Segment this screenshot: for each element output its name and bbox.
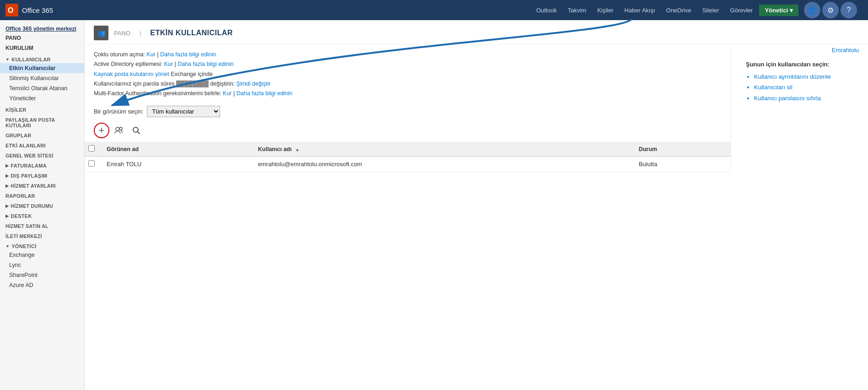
breadcrumb: PANO [114,30,130,37]
right-panel: Şunun için kullanıcıları seçin: Kullanıc… [731,44,868,172]
sidebar-item-yoneticiler[interactable]: Yöneticiler [0,93,84,103]
chevron-down-icon: ▾ [790,7,793,14]
office-logo-icon: O [5,4,18,16]
info-line-4: Kullanıcılarınız için parola süres █████… [94,79,722,89]
sidebar-section-dis-paylasim[interactable]: DIŞ PAYLAŞIM [0,169,84,179]
right-panel-item-edit[interactable]: Kullanıcı ayrıntılarını düzenle [754,71,859,82]
view-label: Bir görünüm seçin: [94,108,143,115]
help-icon: ? [847,6,851,14]
nav-gorevler[interactable]: Görevler [726,5,758,16]
sidebar-section-kisiler[interactable]: KİŞİLER [0,103,84,114]
right-panel-item-reset[interactable]: Kullanıcı parolasını sıfırla [754,93,859,103]
top-icons: 👤 ⚙ ? [804,2,857,18]
sidebar-section-kullanicilar[interactable]: KULLANICILAR [0,53,84,63]
top-nav-links: Outlook Takvim Kişiler Haber Akışı OneDr… [88,2,863,18]
info-label-1: Çoklu oturum açma: [94,51,146,58]
sidebar-section-hizmet-ayarlari[interactable]: HİZMET AYARLARI [0,179,84,190]
toolbar: + [85,121,731,142]
sidebar-item-etkin-kullanicilar[interactable]: Etkin Kullanıcılar [0,63,84,73]
info-label-2: Active Directory eşitlemesi: [94,61,164,67]
table-header-username[interactable]: Kullanıcı adı ▲ [253,142,633,157]
info-link-kur-3[interactable]: Kur [223,90,232,97]
info-link-kur-2[interactable]: Kur [164,61,173,67]
sidebar-section-ileti-merkezi[interactable]: İLETİ MERKEZİ [0,230,84,240]
info-link-kaynak-posta[interactable]: Kaynak posta kutularını yönet [94,71,169,77]
info-line-3: Kaynak posta kutularını yönet Exchange i… [94,70,722,79]
info-line-1: Çoklu oturum açma: Kur | Daha fazla bilg… [94,50,722,60]
sidebar-item-kurulum[interactable]: KURULUM [0,43,84,53]
sidebar-section-hizmet-durumu[interactable]: HİZMET DURUMU [0,200,84,210]
main-layout: Office 365 yönetim merkezi PANO KURULUM … [0,20,868,390]
right-panel-title: Şunun için kullanıcıları seçin: [746,61,859,68]
sidebar-item-pano[interactable]: PANO [0,33,84,43]
nav-kisiler[interactable]: Kişiler [593,5,618,16]
svg-point-3 [119,127,122,130]
sidebar-item-azure-ad[interactable]: Azure AD [0,280,84,290]
nav-siteler[interactable]: Siteler [698,5,724,16]
logo[interactable]: O Office 365 [5,4,88,16]
table-header-checkbox [85,142,101,157]
page-header: 👥 PANO | ETKİN KULLANICILAR [85,20,868,44]
sidebar-header[interactable]: Office 365 yönetim merkezi [0,24,84,33]
help-button[interactable]: ? [841,2,857,18]
add-user-button[interactable]: + [94,123,109,138]
svg-line-5 [138,132,140,134]
table-row[interactable]: Emrah TOLU emrahtolu@emrahtolu.onmicroso… [85,157,731,172]
right-panel-list: Kullanıcı ayrıntılarını düzenle Kullanıc… [746,71,859,103]
svg-point-2 [116,127,119,131]
nav-haber-akisi[interactable]: Haber Akışı [620,5,660,16]
right-panel-item-delete[interactable]: Kullanıcıları sil [754,82,859,92]
svg-text:O: O [8,6,13,14]
user-avatar-button[interactable]: 👤 [804,2,820,18]
bulk-actions-button[interactable] [111,123,127,138]
sidebar-item-silinmis-kullanicilar[interactable]: Silinmiş Kullanıcılar [0,73,84,83]
nav-takvim[interactable]: Takvim [563,5,591,16]
row-checkbox-cell [85,157,101,172]
row-checkbox[interactable] [88,160,95,167]
right-panel-content: Şunun için kullanıcıları seçin: Kullanıc… [739,52,867,113]
info-line-5: Multi-Factor Authentication gereksinimle… [94,89,722,98]
sidebar-section-hizmet-satin-al[interactable]: HİZMET SATIN AL [0,220,84,230]
search-button[interactable] [129,123,144,138]
sidebar-section-genel-web[interactable]: GENEL WEB SİTESİ [0,149,84,159]
gear-icon: ⚙ [827,6,834,15]
bulk-users-icon [114,126,124,135]
row-display-name: Emrah TOLU [101,157,253,172]
info-link-bilgi-1[interactable]: Daha fazla bilgi edinin [160,51,216,58]
info-link-bilgi-2[interactable]: Daha fazla bilgi edinin [178,61,233,67]
select-all-checkbox[interactable] [88,145,95,152]
info-line-2: Active Directory eşitlemesi: Kur | Daha … [94,60,722,69]
sidebar-section-faturalama[interactable]: FATURALAMA [0,159,84,169]
sidebar-section-yonetici[interactable]: YÖNETİCİ [0,240,84,250]
yonetici-button[interactable]: Yönetici ▾ [759,5,798,16]
search-icon [132,126,140,135]
sidebar-item-lync[interactable]: Lync [0,260,84,270]
settings-button[interactable]: ⚙ [822,2,839,18]
top-bar: O Office 365 Outlook Takvim Kişiler Habe… [0,0,868,20]
table-header-display-name[interactable]: Görünen ad [101,142,253,157]
users-table: Görünen ad Kullanıcı adı ▲ Durum [85,142,731,172]
page-icon: 👥 [94,26,108,40]
main-content: 👥 PANO | ETKİN KULLANICILAR Çoklu oturum… [85,20,868,390]
content-left: Çoklu oturum açma: Kur | Daha fazla bilg… [85,44,731,172]
nav-outlook[interactable]: Outlook [532,5,561,16]
info-link-simdi-degistir[interactable]: Şimdi değiştir [236,81,270,87]
info-link-bilgi-3[interactable]: Daha fazla bilgi edinin [237,90,292,97]
nav-onedrive[interactable]: OneDrive [662,5,696,16]
page-title: ETKİN KULLANICILAR [150,29,233,37]
sidebar-section-posta-kutulari[interactable]: PAYLAŞILAN POSTA KUTULARI [0,114,84,129]
sidebar-section-destek[interactable]: DESTEK [0,210,84,220]
user-name-top[interactable]: Emrahtolu [832,47,859,54]
table-header-status: Durum [633,142,731,157]
sidebar-item-temsilci[interactable]: Temsilci Olarak Atanan [0,83,84,93]
sidebar-section-raporlar[interactable]: RAPORLAR [0,190,84,200]
sort-arrow-icon: ▲ [295,147,300,152]
view-select[interactable]: Tüm kullanıcılar Lisanslı kullanıcılar K… [147,106,220,117]
sidebar-section-etki-alanlari[interactable]: ETKİ ALANLARI [0,139,84,149]
sidebar-section-gruplar[interactable]: GRUPLAR [0,129,84,139]
sidebar-item-exchange[interactable]: Exchange [0,250,84,260]
info-link-kur-1[interactable]: Kur [146,51,155,58]
users-icon: 👥 [97,29,105,37]
breadcrumb-separator: | [140,30,141,37]
sidebar-item-sharepoint[interactable]: SharePoint [0,270,84,280]
